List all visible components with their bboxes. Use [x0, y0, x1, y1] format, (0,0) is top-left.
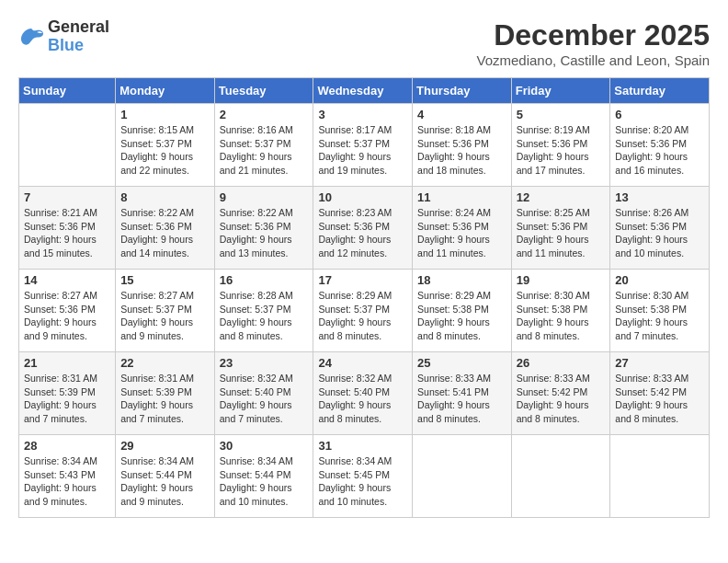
day-number: 18 [417, 273, 506, 287]
calendar-table: SundayMondayTuesdayWednesdayThursdayFrid… [18, 77, 710, 518]
day-number: 30 [220, 439, 309, 453]
cell-info: Sunrise: 8:32 AMSunset: 5:40 PMDaylight:… [220, 372, 309, 426]
calendar-cell: 9Sunrise: 8:22 AMSunset: 5:36 PMDaylight… [214, 187, 313, 270]
calendar-cell: 11Sunrise: 8:24 AMSunset: 5:36 PMDayligh… [413, 187, 512, 270]
calendar-cell: 29Sunrise: 8:34 AMSunset: 5:44 PMDayligh… [116, 435, 215, 518]
cell-info: Sunrise: 8:28 AMSunset: 5:37 PMDaylight:… [220, 289, 309, 343]
day-number: 2 [220, 108, 309, 121]
day-number: 23 [220, 356, 309, 370]
day-number: 3 [318, 108, 407, 121]
calendar-cell: 7Sunrise: 8:21 AMSunset: 5:36 PMDaylight… [19, 187, 116, 270]
calendar-cell: 3Sunrise: 8:17 AMSunset: 5:37 PMDaylight… [313, 104, 413, 187]
day-number: 19 [517, 273, 606, 287]
calendar-cell: 8Sunrise: 8:22 AMSunset: 5:36 PMDaylight… [116, 187, 215, 270]
day-number: 31 [318, 439, 407, 453]
cell-info: Sunrise: 8:33 AMSunset: 5:42 PMDaylight:… [615, 372, 704, 426]
calendar-cell: 12Sunrise: 8:25 AMSunset: 5:36 PMDayligh… [511, 187, 610, 270]
cell-info: Sunrise: 8:32 AMSunset: 5:40 PMDaylight:… [318, 372, 407, 426]
day-number: 6 [615, 108, 704, 121]
day-number: 27 [615, 356, 704, 370]
day-number: 4 [417, 108, 506, 121]
day-number: 1 [120, 108, 210, 121]
cell-info: Sunrise: 8:30 AMSunset: 5:38 PMDaylight:… [615, 289, 704, 343]
cell-info: Sunrise: 8:29 AMSunset: 5:37 PMDaylight:… [318, 289, 407, 343]
day-number: 5 [517, 108, 606, 121]
day-header-thursday: Thursday [413, 78, 512, 104]
calendar-cell [19, 104, 116, 187]
logo-line1: General [48, 18, 109, 37]
calendar-week-1: 1Sunrise: 8:15 AMSunset: 5:37 PMDaylight… [19, 104, 710, 187]
calendar-cell: 25Sunrise: 8:33 AMSunset: 5:41 PMDayligh… [413, 352, 512, 435]
cell-info: Sunrise: 8:27 AMSunset: 5:36 PMDaylight:… [24, 289, 110, 343]
calendar-cell: 16Sunrise: 8:28 AMSunset: 5:37 PMDayligh… [214, 270, 313, 352]
day-number: 12 [517, 190, 606, 204]
cell-info: Sunrise: 8:19 AMSunset: 5:36 PMDaylight:… [517, 123, 606, 178]
calendar-cell: 18Sunrise: 8:29 AMSunset: 5:38 PMDayligh… [413, 270, 512, 352]
day-header-wednesday: Wednesday [313, 78, 413, 104]
cell-info: Sunrise: 8:18 AMSunset: 5:36 PMDaylight:… [417, 123, 506, 178]
calendar-cell: 2Sunrise: 8:16 AMSunset: 5:37 PMDaylight… [214, 104, 313, 187]
calendar-cell: 5Sunrise: 8:19 AMSunset: 5:36 PMDaylight… [511, 104, 610, 187]
day-number: 28 [24, 439, 110, 453]
calendar-cell: 14Sunrise: 8:27 AMSunset: 5:36 PMDayligh… [19, 270, 116, 352]
calendar-cell: 24Sunrise: 8:32 AMSunset: 5:40 PMDayligh… [313, 352, 413, 435]
cell-info: Sunrise: 8:29 AMSunset: 5:38 PMDaylight:… [417, 289, 506, 343]
calendar-cell: 21Sunrise: 8:31 AMSunset: 5:39 PMDayligh… [19, 352, 116, 435]
calendar-cell: 19Sunrise: 8:30 AMSunset: 5:38 PMDayligh… [511, 270, 610, 352]
cell-info: Sunrise: 8:25 AMSunset: 5:36 PMDaylight:… [517, 206, 606, 260]
day-number: 24 [318, 356, 407, 370]
title-block: December 2025 Vozmediano, Castille and L… [476, 18, 710, 68]
calendar-cell [511, 435, 610, 518]
cell-info: Sunrise: 8:16 AMSunset: 5:37 PMDaylight:… [220, 123, 309, 178]
calendar-week-4: 21Sunrise: 8:31 AMSunset: 5:39 PMDayligh… [19, 352, 710, 435]
cell-info: Sunrise: 8:22 AMSunset: 5:36 PMDaylight:… [220, 206, 309, 260]
cell-info: Sunrise: 8:26 AMSunset: 5:36 PMDaylight:… [615, 206, 704, 260]
day-header-saturday: Saturday [610, 78, 710, 104]
calendar-cell: 6Sunrise: 8:20 AMSunset: 5:36 PMDaylight… [610, 104, 710, 187]
day-number: 11 [417, 190, 506, 204]
calendar-cell: 10Sunrise: 8:23 AMSunset: 5:36 PMDayligh… [313, 187, 413, 270]
day-number: 22 [120, 356, 210, 370]
day-number: 9 [220, 190, 309, 204]
cell-info: Sunrise: 8:34 AMSunset: 5:43 PMDaylight:… [24, 454, 110, 509]
calendar-cell: 20Sunrise: 8:30 AMSunset: 5:38 PMDayligh… [610, 270, 710, 352]
day-number: 16 [220, 273, 309, 287]
calendar-cell [413, 435, 512, 518]
cell-info: Sunrise: 8:23 AMSunset: 5:36 PMDaylight:… [318, 206, 407, 260]
calendar-cell: 15Sunrise: 8:27 AMSunset: 5:37 PMDayligh… [116, 270, 215, 352]
calendar-cell [610, 435, 710, 518]
cell-info: Sunrise: 8:20 AMSunset: 5:36 PMDaylight:… [615, 123, 704, 178]
calendar-cell: 27Sunrise: 8:33 AMSunset: 5:42 PMDayligh… [610, 352, 710, 435]
calendar-cell: 4Sunrise: 8:18 AMSunset: 5:36 PMDaylight… [413, 104, 512, 187]
day-number: 10 [318, 190, 407, 204]
calendar-cell: 26Sunrise: 8:33 AMSunset: 5:42 PMDayligh… [511, 352, 610, 435]
cell-info: Sunrise: 8:15 AMSunset: 5:37 PMDaylight:… [120, 123, 210, 178]
cell-info: Sunrise: 8:30 AMSunset: 5:38 PMDaylight:… [517, 289, 606, 343]
cell-info: Sunrise: 8:31 AMSunset: 5:39 PMDaylight:… [24, 372, 110, 426]
day-header-friday: Friday [511, 78, 610, 104]
logo-line2: Blue [48, 37, 109, 55]
cell-info: Sunrise: 8:34 AMSunset: 5:44 PMDaylight:… [120, 454, 210, 509]
day-number: 13 [615, 190, 704, 204]
calendar-week-2: 7Sunrise: 8:21 AMSunset: 5:36 PMDaylight… [19, 187, 710, 270]
logo: General Blue [18, 18, 109, 55]
page-header: General Blue December 2025 Vozmediano, C… [18, 18, 710, 68]
calendar-cell: 30Sunrise: 8:34 AMSunset: 5:44 PMDayligh… [214, 435, 313, 518]
calendar-week-5: 28Sunrise: 8:34 AMSunset: 5:43 PMDayligh… [19, 435, 710, 518]
cell-info: Sunrise: 8:33 AMSunset: 5:42 PMDaylight:… [517, 372, 606, 426]
cell-info: Sunrise: 8:27 AMSunset: 5:37 PMDaylight:… [120, 289, 210, 343]
day-header-sunday: Sunday [19, 78, 116, 104]
cell-info: Sunrise: 8:31 AMSunset: 5:39 PMDaylight:… [120, 372, 210, 426]
calendar-cell: 22Sunrise: 8:31 AMSunset: 5:39 PMDayligh… [116, 352, 215, 435]
calendar-cell: 13Sunrise: 8:26 AMSunset: 5:36 PMDayligh… [610, 187, 710, 270]
day-number: 14 [24, 273, 110, 287]
day-number: 8 [120, 190, 210, 204]
day-number: 15 [120, 273, 210, 287]
day-number: 17 [318, 273, 407, 287]
cell-info: Sunrise: 8:34 AMSunset: 5:45 PMDaylight:… [318, 454, 407, 509]
cell-info: Sunrise: 8:17 AMSunset: 5:37 PMDaylight:… [318, 123, 407, 178]
month-title: December 2025 [476, 18, 710, 52]
cell-info: Sunrise: 8:24 AMSunset: 5:36 PMDaylight:… [417, 206, 506, 260]
day-number: 25 [417, 356, 506, 370]
calendar-cell: 1Sunrise: 8:15 AMSunset: 5:37 PMDaylight… [116, 104, 215, 187]
